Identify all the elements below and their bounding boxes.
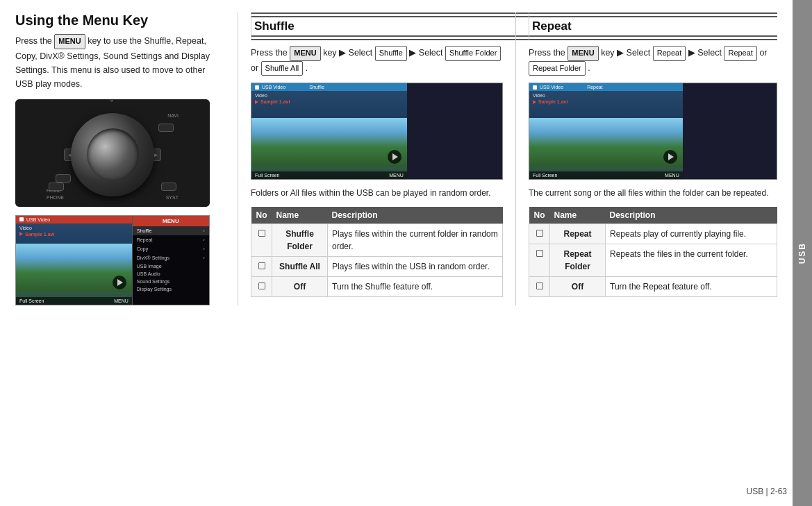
col3-row3-icon — [536, 282, 543, 289]
col3-row2-icon — [536, 250, 543, 257]
ss-sample-label: Sample 1.avi — [25, 232, 54, 237]
col3-th-desc: Description — [606, 207, 777, 224]
col1-section: Using the Menu Key Press the MENU key to… — [15, 12, 238, 305]
col2-row3-no — [251, 277, 272, 297]
col3-btn2: Repeat — [724, 46, 756, 61]
ss-menu-shuffle: Shuffle › — [133, 226, 209, 235]
col3-intro: Press the MENU key ▶ Select Repeat ▶ Sel… — [529, 46, 777, 76]
col3-ss-menu: MENU — [665, 173, 679, 178]
ss-menu-divx: DivX® Settings › — [133, 253, 209, 262]
col2-ss-video-txt: Video — [255, 93, 267, 98]
ss-play-icon — [19, 232, 23, 236]
col2-th-desc: Description — [328, 207, 503, 224]
col3-row1-name: Repeat — [550, 224, 606, 244]
col2-row2-icon — [258, 262, 265, 269]
col2-ss-menu: Shuffle Folder Shuffle All Off — [251, 179, 347, 180]
ss-menu-display: Display Settings — [133, 285, 209, 293]
ss-shuffle-arrow: › — [203, 228, 205, 234]
ss-title: USB Video — [26, 217, 50, 222]
col3-row2: RepeatFolder Repeats the files in the cu… — [529, 244, 777, 277]
col2-press: Press the — [251, 48, 290, 58]
col3-ss-video: USB Video Repeat Video Sample 1.avi — [529, 83, 683, 179]
col2-row2-name: Shuffle All — [272, 257, 328, 277]
ss-dot — [19, 217, 24, 221]
navi-button[interactable] — [158, 124, 174, 132]
col3-ss-video: Video — [533, 92, 679, 99]
col2-key-text: key ▶ Select — [323, 48, 375, 58]
col2-dot: . — [306, 63, 308, 73]
main-knob[interactable] — [71, 113, 154, 196]
col3-description: The current song or the all files within… — [529, 187, 777, 200]
ss-usbaudio-lbl: USB Audio — [137, 271, 160, 276]
knob-container — [71, 113, 154, 196]
col3-row3: Off Turn the Repeat feature off. — [529, 277, 777, 297]
col2-row1-no — [251, 224, 272, 257]
col2-screenshot: USB Video Shuffle Video Sample 1.avi — [251, 83, 503, 180]
ss-copy-lbl: Copy — [137, 246, 148, 251]
ss-video-label: Video — [19, 226, 32, 230]
col3-or: or — [759, 48, 767, 58]
col3-row1-desc: Repeats play of currently playing file. — [606, 224, 777, 244]
col2-ss-video: Video — [255, 92, 404, 99]
col2-row3-desc: Turn the Shuffle feature off. — [328, 277, 503, 297]
col3-ss-topbar: USB Video Repeat — [529, 83, 683, 91]
col2-ss-fullscreen: Full Screen — [255, 173, 279, 178]
col3-ss-dot — [533, 85, 537, 90]
col2-title: Shuffle — [251, 16, 529, 37]
col3-ss-playbtn — [663, 150, 677, 164]
phone-button[interactable] — [49, 183, 64, 191]
col3-menu-key: MENU — [567, 46, 598, 61]
col3-dot: . — [588, 63, 590, 73]
col3-th-no: No — [529, 207, 550, 224]
ss-menu-sound: Sound Settings — [133, 278, 209, 285]
col3-section: Repeat Press the MENU key ▶ Select Repea… — [515, 12, 777, 305]
col3-row1-no — [529, 224, 550, 244]
col3-ss-sample-txt: Sample 1.avi — [538, 99, 567, 104]
syst-label: SYST — [166, 195, 179, 200]
col3-ss-landscape — [529, 118, 683, 167]
ss-display-lbl: Display Settings — [137, 287, 172, 292]
col2-btn1: Shuffle — [375, 46, 407, 61]
col2-row2-no — [251, 257, 272, 277]
col2-titlebar: Shuffle — [251, 12, 529, 40]
col3-row3-no — [529, 277, 550, 297]
col3-ss-filelist: Video Sample 1.avi — [529, 91, 683, 106]
col2-row1-icon — [258, 230, 265, 237]
syst-button[interactable] — [161, 183, 176, 191]
col3-ss-video-txt: Video — [533, 93, 545, 98]
col2-row1: ShuffleFolder Plays files within the cur… — [251, 224, 503, 257]
ss-menu-right: MENU Shuffle › Repeat › Copy › — [132, 216, 209, 305]
col3-table: No Name Description Repeat Repeats play … — [529, 207, 777, 297]
col3-select2: ▶ Select — [688, 48, 724, 58]
col2-row2-desc: Plays files within the USB in random ord… — [328, 257, 503, 277]
navi-label: NAVI — [167, 113, 179, 118]
col3-ss-bottombar: Full Screen MENU — [529, 171, 683, 179]
ss-menu-usbimage: USB Image — [133, 262, 209, 270]
col2-row3: Off Turn the Shuffle feature off. — [251, 277, 503, 297]
col2-description: Folders or All files within the USB can … — [251, 187, 503, 200]
ss-video-left: USB Video Video Sample 1.avi — [16, 216, 132, 305]
col3-ss-repeat-label: Repeat — [587, 85, 603, 90]
ss-repeat-lbl: Repeat — [137, 237, 153, 242]
ss-bottombar: Full Screen MENU — [16, 297, 132, 305]
col3-press: Press the — [529, 48, 567, 58]
ss-file-sample: Sample 1.avi — [19, 231, 129, 237]
ss-divx-lbl: DivX® Settings — [137, 255, 169, 260]
col3-ss-playbtn-icon — [668, 153, 674, 160]
col2-menu-key: MENU — [290, 46, 320, 61]
home-button[interactable] — [56, 174, 71, 183]
col3-row2-name: RepeatFolder — [550, 244, 606, 277]
col2-ss-playbtn — [388, 150, 401, 164]
knob-inner — [87, 128, 139, 180]
ss-menu-title: MENU — [133, 216, 209, 226]
col1-body: Press the MENU key to use the Shuffle, R… — [15, 34, 225, 91]
col2-ss-filelist: Video Sample 1.avi — [251, 91, 407, 106]
col2-th-name: Name — [272, 207, 328, 224]
col3-row1: Repeat Repeats play of currently playing… — [529, 224, 777, 244]
ss-file-video: Video — [19, 225, 129, 231]
col2-select2: ▶ Select — [409, 48, 445, 58]
col2-intro: Press the MENU key ▶ Select Shuffle ▶ Se… — [251, 46, 503, 76]
ss-copy-arrow: › — [203, 246, 205, 252]
ss-menu-usbaudio: USB Audio — [133, 270, 209, 278]
col1-menu-key: MENU — [54, 34, 85, 49]
